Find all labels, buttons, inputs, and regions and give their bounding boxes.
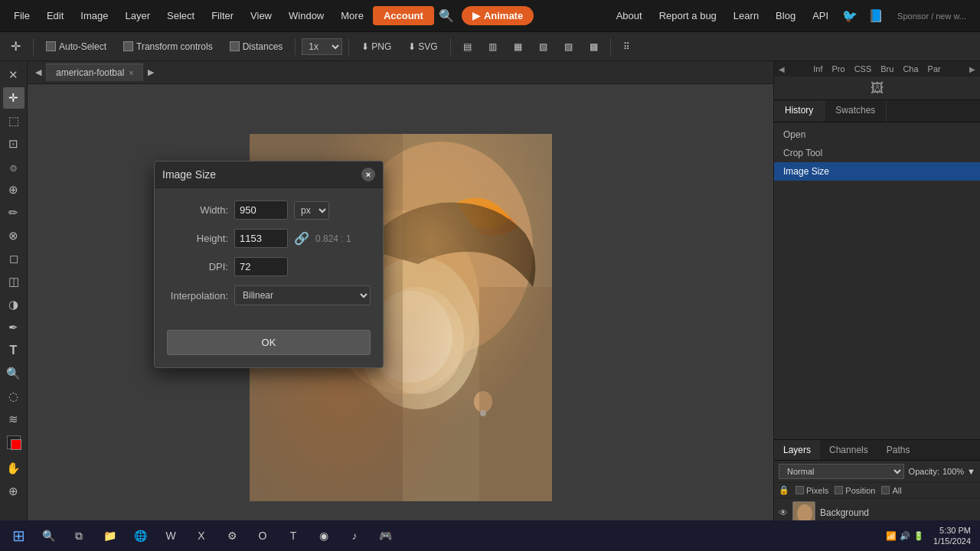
- menu-learn[interactable]: Learn: [726, 7, 766, 24]
- mini-tab-css[interactable]: CSS: [851, 63, 875, 75]
- taskbar-explorer[interactable]: 📁: [95, 522, 124, 549]
- aspect-lock-icon[interactable]: 🔗: [294, 231, 309, 246]
- taskbar-teams[interactable]: T: [279, 522, 308, 549]
- align-left-btn[interactable]: ▤: [457, 39, 478, 54]
- canvas-wrapper[interactable]: Image Size × Width: px%incm Height:: [28, 84, 773, 551]
- network-icon[interactable]: 📶: [886, 531, 897, 541]
- twitter-icon[interactable]: 🐦: [838, 5, 862, 26]
- export-svg-btn[interactable]: ⬇ SVG: [402, 39, 443, 54]
- lock-pixels-checkbox[interactable]: [795, 486, 804, 494]
- interpolation-select[interactable]: BilinearBicubicNearestLanczos: [234, 285, 371, 305]
- align-middle-btn[interactable]: ▨: [558, 39, 579, 54]
- align-top-btn[interactable]: ▧: [533, 39, 554, 54]
- taskbar-chrome[interactable]: ◉: [309, 522, 338, 549]
- menu-window[interactable]: Window: [281, 7, 332, 24]
- menu-file[interactable]: File: [6, 7, 38, 24]
- history-item-imagesize[interactable]: Image Size: [774, 162, 980, 181]
- dialog-close-btn[interactable]: ×: [361, 168, 375, 181]
- pen-tool[interactable]: ✒: [3, 317, 24, 338]
- taskbar-spotify[interactable]: ♪: [340, 522, 369, 549]
- arrange-btn[interactable]: ⠿: [617, 39, 636, 54]
- taskbar-edge[interactable]: 🌐: [126, 522, 155, 549]
- menu-view[interactable]: View: [243, 7, 279, 24]
- escape-tool[interactable]: ✕: [3, 64, 24, 86]
- tab-next-arrow[interactable]: ▶: [143, 67, 158, 77]
- taskbar-app2[interactable]: 🎮: [371, 522, 400, 549]
- taskbar-excel[interactable]: X: [187, 522, 216, 549]
- brush-tool[interactable]: ✏: [3, 202, 24, 223]
- history-item-open[interactable]: Open: [774, 126, 980, 144]
- align-right-btn[interactable]: ▦: [508, 39, 528, 54]
- menu-report[interactable]: Report a bug: [652, 7, 724, 24]
- transform-checkbox[interactable]: [123, 41, 133, 51]
- height-input[interactable]: [234, 229, 288, 248]
- animate-button[interactable]: ▶ Animate: [462, 6, 534, 25]
- color-swatch[interactable]: [3, 432, 24, 453]
- battery-icon[interactable]: 🔋: [913, 531, 924, 541]
- hand-tool[interactable]: ✋: [3, 458, 24, 479]
- stamp-tool[interactable]: ⊗: [3, 225, 24, 246]
- opacity-arrow-icon[interactable]: ▼: [967, 467, 975, 476]
- transform-check[interactable]: Transform controls: [117, 39, 219, 54]
- tab-close-btn[interactable]: ×: [129, 69, 133, 77]
- lock-pixels-check[interactable]: Pixels: [795, 486, 828, 495]
- lock-all-check[interactable]: All: [881, 486, 901, 495]
- zoom-tool[interactable]: ⊕: [3, 481, 24, 502]
- tab-paths[interactable]: Paths: [877, 440, 920, 460]
- dodge-tool[interactable]: ◑: [3, 294, 24, 315]
- mini-tab-cha[interactable]: Cha: [900, 63, 921, 75]
- menu-layer[interactable]: Layer: [118, 7, 158, 24]
- lock-position-checkbox[interactable]: [835, 486, 843, 494]
- lock-all-checkbox[interactable]: [881, 486, 890, 494]
- layer-visibility-icon[interactable]: 👁: [779, 507, 788, 518]
- menu-filter[interactable]: Filter: [204, 7, 241, 24]
- volume-icon[interactable]: 🔊: [900, 531, 910, 541]
- tab-swatches[interactable]: Swatches: [825, 100, 887, 122]
- move-tool-btn[interactable]: ✛: [5, 37, 27, 56]
- blend-mode-select[interactable]: NormalMultiplyScreenOverlay: [779, 464, 904, 479]
- search-icon[interactable]: 🔍: [436, 5, 457, 27]
- taskbar-clock[interactable]: 5:30 PM 1/15/2024: [929, 525, 975, 547]
- eyedropper-tool[interactable]: 🔍: [3, 363, 24, 384]
- select-tool[interactable]: ⬚: [3, 110, 24, 132]
- menu-about[interactable]: About: [609, 7, 650, 24]
- taskbar-outlook[interactable]: O: [248, 522, 277, 549]
- tab-channels[interactable]: Channels: [820, 440, 877, 460]
- lasso-tool[interactable]: ⌾: [3, 156, 24, 178]
- unit-select[interactable]: px%incm: [294, 201, 329, 220]
- distances-checkbox[interactable]: [230, 41, 240, 51]
- dpi-input[interactable]: [234, 257, 288, 276]
- move-tool[interactable]: ✛: [3, 87, 24, 109]
- opacity-value[interactable]: 100%: [942, 467, 964, 476]
- healing-tool[interactable]: ⊕: [3, 179, 24, 201]
- mini-tab-bru[interactable]: Bru: [877, 63, 897, 75]
- width-input[interactable]: [234, 201, 288, 220]
- panel-left-arrow[interactable]: ◀: [779, 65, 785, 73]
- zoom-select[interactable]: 1x2x0.5x: [302, 38, 342, 55]
- facebook-icon[interactable]: 📘: [864, 5, 888, 26]
- auto-select-check[interactable]: Auto-Select: [40, 39, 113, 54]
- blur-tool[interactable]: ◌: [3, 386, 24, 407]
- taskbar-word[interactable]: W: [156, 522, 185, 549]
- menu-api[interactable]: API: [805, 7, 836, 24]
- menu-image[interactable]: Image: [73, 7, 116, 24]
- text-tool[interactable]: T: [3, 340, 24, 361]
- menu-blog[interactable]: Blog: [768, 7, 803, 24]
- smudge-tool[interactable]: ≋: [3, 409, 24, 430]
- tab-history[interactable]: History: [774, 100, 825, 122]
- distances-check[interactable]: Distances: [224, 39, 289, 54]
- canvas-tab[interactable]: american-footbal ×: [46, 64, 143, 81]
- eraser-tool[interactable]: ◻: [3, 248, 24, 269]
- mini-tab-inf[interactable]: Inf: [810, 63, 825, 75]
- taskbar-search[interactable]: 🔍: [34, 522, 63, 549]
- tab-prev-arrow[interactable]: ◀: [31, 67, 46, 77]
- panel-right-arrow[interactable]: ▶: [969, 65, 975, 73]
- align-center-btn[interactable]: ▥: [482, 39, 503, 54]
- start-button[interactable]: ⊞: [5, 522, 32, 549]
- menu-edit[interactable]: Edit: [39, 7, 71, 24]
- menu-select[interactable]: Select: [159, 7, 202, 24]
- ok-button[interactable]: OK: [167, 330, 371, 355]
- account-button[interactable]: Account: [373, 6, 434, 25]
- export-png-btn[interactable]: ⬇ PNG: [355, 39, 397, 54]
- taskbar-task-view[interactable]: ⧉: [64, 522, 93, 549]
